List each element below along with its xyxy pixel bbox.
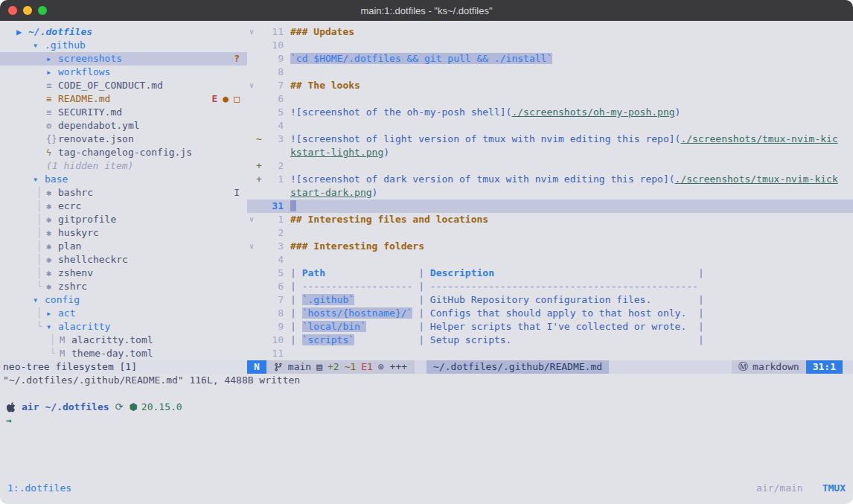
tree-item[interactable]: │✱gitprofile (0, 213, 247, 226)
git-segment: main ▤ +2 ~1 E1 ⊙ +++ (266, 360, 415, 374)
editor-line[interactable]: ∨11### Updates (247, 25, 853, 39)
tree-item[interactable]: │✱shellcheckrc (0, 253, 247, 267)
editor-line[interactable]: ~3![screenshot of light version of tmux … (247, 133, 853, 146)
editor-line[interactable]: ∨3### Interesting folders (247, 240, 853, 253)
line-number: 3 (264, 240, 284, 253)
tree-item-label: README.md (58, 92, 110, 106)
editor-line[interactable]: 10 (247, 39, 853, 52)
editor-line[interactable]: 2 (247, 226, 853, 240)
prompt-arrow[interactable]: → (0, 414, 853, 427)
tree-item[interactable]: ▾.github (0, 39, 247, 52)
neotree-statusline: neo-tree filesystem [1] (0, 360, 247, 374)
tmux-window-tab[interactable]: 1:.dotfiles (7, 482, 71, 494)
text-segment: ## Interesting files and locations (290, 214, 488, 225)
editor-line[interactable]: 4 (247, 119, 853, 133)
editor-line[interactable]: +1![screenshot of dark version of tmux w… (247, 173, 853, 186)
indent-guide: │ (36, 240, 46, 253)
tree-item[interactable]: ▸screenshots? (0, 52, 247, 66)
line-number (264, 146, 284, 159)
tree-item[interactable]: └Mtheme-day.toml (0, 347, 247, 360)
line-text: ### Interesting folders (290, 240, 424, 253)
text-segment (686, 307, 698, 319)
folder-open-icon: ▾ (33, 39, 45, 52)
tree-item[interactable]: ▾base (0, 173, 247, 186)
indent-guide: │ (36, 186, 46, 200)
tree-item[interactable]: │▸act (0, 307, 247, 320)
tree-item[interactable]: {}renovate.json (0, 133, 247, 146)
line-number: 2 (264, 159, 284, 173)
tree-item-label: ~/.dotfiles (28, 25, 92, 39)
line-text: | Path | Description | (290, 267, 704, 280)
text-segment: ------------------- (302, 281, 419, 292)
editor-line[interactable]: ∨7## The looks (247, 79, 853, 92)
text-segment: ./screenshots/tmux-nvim-kic (680, 133, 837, 144)
git-sign (256, 146, 264, 159)
editor-line[interactable]: 5| Path | Description | (247, 267, 853, 280)
diagnostic-error-badge: E (212, 92, 218, 106)
line-number: 9 (264, 52, 284, 66)
shell-file-icon: ✱ (46, 226, 58, 240)
editor-line[interactable]: 9`cd $HOME/.dotfiles && git pull && ./in… (247, 52, 853, 66)
tree-item[interactable]: ≡SECURITY.md (0, 106, 247, 119)
tree-item[interactable]: ≡README.mdE●□ (0, 92, 247, 106)
json-file-icon: {} (46, 133, 58, 146)
line-number: 11 (264, 347, 284, 360)
tree-item[interactable]: │✱huskyrc (0, 226, 247, 240)
editor-line[interactable]: 8| `hosts/{hostname}/` | Configs that sh… (247, 307, 853, 320)
editor-line[interactable]: start-dark.png) (247, 186, 853, 200)
editor-line[interactable]: kstart-light.png) (247, 146, 853, 159)
tree-item[interactable]: ϟtag-changelog-config.js (0, 146, 247, 159)
tree-item[interactable]: ▾config (0, 293, 247, 307)
indent-guide: │ (36, 307, 46, 320)
editor-line[interactable]: 10| `scripts` | Setup scripts. | (247, 334, 853, 347)
maximize-button[interactable] (38, 6, 47, 15)
tree-item[interactable]: └▾alacritty (0, 320, 247, 334)
editor-line[interactable]: 7| `.github` | GitHub Repository configu… (247, 293, 853, 307)
tree-item[interactable]: (1 hidden item) (0, 159, 247, 173)
shell-file-icon: ✱ (46, 200, 58, 213)
tree-item-label: (1 hidden item) (46, 159, 133, 173)
editor-line[interactable]: 8 (247, 66, 853, 79)
text-segment: `scripts` (302, 334, 354, 345)
tree-item[interactable]: │✱plan (0, 240, 247, 253)
tree-item-label: gitprofile (58, 213, 116, 226)
editor-line[interactable]: 5![screenshot of the oh-my-posh shell](.… (247, 106, 853, 119)
tree-item[interactable]: ≡CODE_OF_CONDUCT.md (0, 79, 247, 92)
editor-line[interactable]: 4 (247, 253, 853, 267)
tree-item[interactable]: │✱zshenv (0, 267, 247, 280)
tree-item[interactable]: ▶~/.dotfiles (0, 25, 247, 39)
tree-item[interactable]: │✱ecrc (0, 200, 247, 213)
tree-item[interactable]: │✱bashrcI (0, 186, 247, 200)
minimize-button[interactable] (23, 6, 32, 15)
editor-line[interactable]: 6| ------------------- | ---------------… (247, 280, 853, 293)
fold-marker-icon: ∨ (247, 213, 256, 226)
tree-item-label: ecrc (58, 200, 81, 213)
text-segment: | (698, 267, 704, 278)
shell-file-icon: ✱ (46, 253, 58, 267)
line-text: ## Interesting files and locations (290, 213, 488, 226)
tree-item[interactable]: ⚙dependabot.yml (0, 119, 247, 133)
indent-guide: └ (36, 280, 46, 293)
close-button[interactable] (8, 6, 17, 15)
folder-open-icon: ▾ (33, 293, 45, 307)
editor-line[interactable]: 31 (247, 200, 853, 213)
editor-line[interactable]: +2 (247, 159, 853, 173)
line-text: `cd $HOME/.dotfiles && git pull && ./ins… (290, 52, 552, 66)
editor-line[interactable]: 6 (247, 92, 853, 106)
text-segment: | (698, 334, 704, 345)
editor-line[interactable]: 9| `local/bin` | Helper scripts that I'v… (247, 320, 853, 334)
tree-item-label: bashrc (58, 186, 93, 200)
editor-line[interactable]: 11 (247, 347, 853, 360)
tree-item[interactable]: └✱zshrc (0, 280, 247, 293)
editor-line[interactable]: ∨1## Interesting files and locations (247, 213, 853, 226)
indent-guide: └ (36, 320, 46, 334)
shell-area: air ~/.dotfiles ⟳ ⬢ 20.15.0 → 1:.dotfile… (0, 387, 853, 504)
git-sign (256, 200, 264, 213)
git-sign (256, 39, 264, 52)
tree-item[interactable]: │Malacritty.toml (0, 334, 247, 347)
tree-item[interactable]: ▸workflows (0, 66, 247, 79)
line-number: 5 (264, 267, 284, 280)
text-segment: `local/bin` (302, 321, 366, 332)
text-segment: ![screenshot of dark version of tmux wit… (290, 173, 675, 185)
git-sign (256, 280, 264, 293)
